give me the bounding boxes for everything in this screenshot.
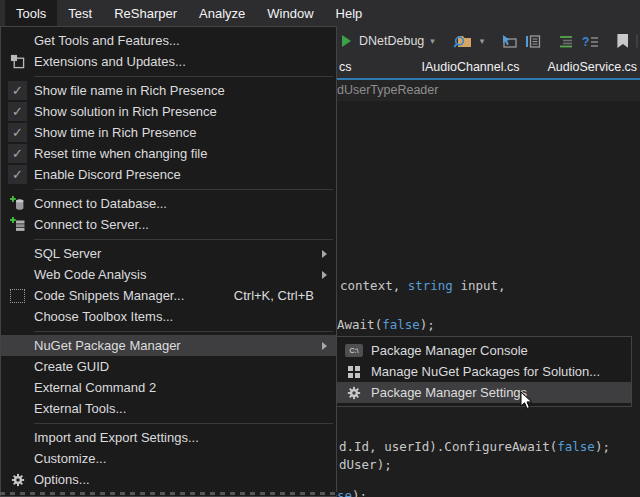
format-lines-icon [559,35,574,48]
question-glyph: ? [582,35,589,48]
tab-audioservice[interactable]: AudioService.cs [547,60,637,74]
select-element-icon [500,34,517,49]
menu-item-code-snippets-manager[interactable]: Code Snippets Manager... Ctrl+K, Ctrl+B [1,285,336,306]
checkmark-icon: ✓ [8,102,27,121]
menubar-item-resharper[interactable]: ReSharper [103,0,188,26]
code-line: context, string input, [340,278,506,293]
menu-item-connect-to-server[interactable]: Connect to Server... [1,214,336,235]
chevron-down-icon: ▾ [430,37,435,46]
tab-strip: cs IAudioChannel.cs AudioService.cs [337,55,640,80]
checkmark-icon: ✓ [8,144,27,163]
submenu-arrow-icon [322,271,327,279]
menu-item-enable-discord-presence[interactable]: ✓ Enable Discord Presence [1,164,336,185]
menu-item-create-guid[interactable]: Create GUID [1,356,336,377]
find-in-files-icon [453,33,472,49]
menu-item-show-solution-rich-presence[interactable]: ✓ Show solution in Rich Presence [1,101,336,122]
disabled-undo-icon [636,34,638,48]
menu-item-show-time-rich-presence[interactable]: ✓ Show time in Rich Presence [1,122,336,143]
console-icon: C:\ [345,344,363,357]
menu-item-customize[interactable]: Customize... [1,448,336,469]
bookmark-button[interactable] [617,34,628,48]
toolbar: DNetDebug ▾ ▾ [337,26,640,56]
checkmark-icon: ✓ [8,165,27,184]
menu-item-import-export-settings[interactable]: Import and Export Settings... [1,427,336,448]
run-button[interactable] [342,35,351,47]
code-line: d.Id, userId).ConfigureAwait(false); [339,439,610,454]
menu-item-connect-to-database[interactable]: Connect to Database... [1,193,336,214]
menubar-item-help[interactable]: Help [325,0,374,26]
menubar-item-test[interactable]: Test [57,0,103,26]
menu-item-web-code-analysis[interactable]: Web Code Analysis [1,264,336,285]
shortcut-label: Ctrl+K, Ctrl+B [234,288,314,303]
gear-icon [1,473,34,487]
menubar-item-window[interactable]: Window [256,0,324,26]
menu-clipped-edge [0,492,337,495]
document-outline-button[interactable] [525,34,541,49]
tab-iaudiochannel[interactable]: IAudioChannel.cs [422,60,520,74]
format-document-button[interactable] [559,35,574,48]
menu-item-reset-time-when-changing-file[interactable]: ✓ Reset time when changing file [1,143,336,164]
run-config-label: DNetDebug [359,34,424,48]
nuget-submenu: C:\ Package Manager Console Manage NuGet… [336,336,632,407]
menu-item-choose-toolbox-items[interactable]: Choose Toolbox Items... [1,306,336,327]
menu-item-sql-server[interactable]: SQL Server [1,243,336,264]
tools-menu: Get Tools and Features... Extensions and… [0,26,337,497]
submenu-item-package-manager-console[interactable]: C:\ Package Manager Console [337,340,631,361]
help-lines-icon: ? [582,35,599,48]
menubar-item-analyze[interactable]: Analyze [188,0,256,26]
help-lines-button[interactable]: ? [582,35,599,48]
menu-item-external-command-2[interactable]: External Command 2 [1,377,336,398]
submenu-item-package-manager-settings[interactable]: Package Manager Settings [337,382,631,403]
mouse-cursor [520,391,533,415]
menu-separator [34,423,333,424]
snippet-icon [10,289,25,303]
checkmark-icon: ✓ [8,123,27,142]
breadcrumb[interactable]: dUserTypeReader [337,80,640,101]
extensions-icon [1,54,34,69]
breadcrumb-type-name: dUserTypeReader [337,83,438,97]
tab-partial[interactable]: cs [339,60,352,74]
find-dropdown-caret-icon[interactable]: ▾ [480,37,485,46]
menu-item-get-tools-and-features[interactable]: Get Tools and Features... [1,30,336,51]
database-add-icon [1,196,34,212]
menu-item-show-file-name-rich-presence[interactable]: ✓ Show file name in Rich Presence [1,80,336,101]
menu-item-nuget-package-manager[interactable]: NuGet Package Manager [1,335,336,356]
find-in-files-button[interactable] [453,33,472,49]
package-icon [348,366,360,378]
checkmark-icon: ✓ [8,81,27,100]
code-line: Await(false); [337,317,435,332]
menu-separator [34,189,333,190]
code-line: se); [337,488,367,497]
menu-item-external-tools[interactable]: External Tools... [1,398,336,419]
code-line: dUser); [339,457,392,472]
submenu-arrow-icon [322,342,327,350]
menu-separator [34,76,333,77]
menu-item-extensions-and-updates[interactable]: Extensions and Updates... [1,51,336,72]
code-editor[interactable]: context, string input, Await(false); d.I… [337,101,640,497]
gear-icon [337,386,371,400]
menubar-item-tools[interactable]: Tools [5,0,57,26]
bookmark-icon [617,34,628,48]
menu-separator [34,331,333,332]
server-add-icon [1,217,34,233]
menubar: Tools Test ReSharper Analyze Window Help [0,0,640,26]
select-element-button[interactable] [500,34,517,49]
menu-separator [34,239,333,240]
menu-item-options[interactable]: Options... [1,469,336,490]
run-config-dropdown[interactable]: DNetDebug ▾ [359,34,435,48]
submenu-arrow-icon [322,250,327,258]
document-outline-icon [525,34,541,49]
play-icon [342,35,351,47]
submenu-item-manage-nuget-packages[interactable]: Manage NuGet Packages for Solution... [337,361,631,382]
